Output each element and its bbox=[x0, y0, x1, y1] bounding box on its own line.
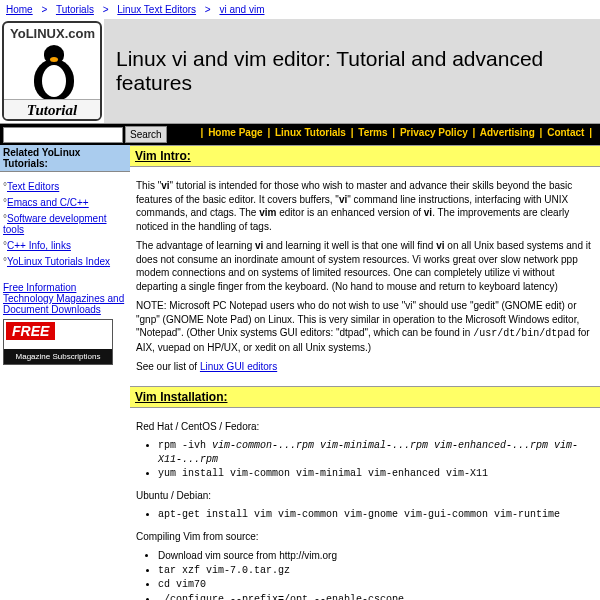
logo-text: YoLINUX.com bbox=[10, 26, 95, 41]
logo-box: YoLINUX.com Tutorial bbox=[2, 21, 102, 121]
intro-p1: This "vi" tutorial is intended for those… bbox=[136, 179, 594, 233]
page-title: Linux vi and vim editor: Tutorial and ad… bbox=[116, 47, 588, 95]
nav-sep: | bbox=[540, 127, 543, 138]
breadcrumb-vi-vim[interactable]: vi and vim bbox=[219, 4, 264, 15]
title-cell: Linux vi and vim editor: Tutorial and ad… bbox=[104, 19, 600, 123]
nav-row: Search | Home Page | Linux Tutorials | T… bbox=[0, 124, 600, 145]
nav-sep: | bbox=[201, 127, 204, 138]
link-gui-editors[interactable]: Linux GUI editors bbox=[200, 361, 277, 372]
top-nav: | Home Page | Linux Tutorials | Terms | … bbox=[186, 124, 600, 145]
nav-sep: | bbox=[589, 127, 592, 138]
search-form: Search bbox=[0, 124, 186, 145]
header: YoLINUX.com Tutorial Linux vi and vim ed… bbox=[0, 19, 600, 124]
section-heading-install: Vim Installation: bbox=[130, 386, 600, 408]
install-deb-list: apt-get install vim vim-common vim-gnome… bbox=[158, 508, 594, 522]
list-item: cd vim70 bbox=[158, 578, 594, 592]
list-item: Download vim source from http://vim.org bbox=[158, 549, 594, 563]
intro-p4: See our list of Linux GUI editors bbox=[136, 360, 594, 374]
nav-advertising[interactable]: Advertising bbox=[480, 127, 535, 138]
install-rh-list: rpm -ivh vim-common-...rpm vim-minimal-.… bbox=[158, 439, 594, 481]
nav-privacy[interactable]: Privacy Policy bbox=[400, 127, 468, 138]
logo[interactable]: YoLINUX.com Tutorial bbox=[0, 19, 104, 123]
install-src-label: Compiling Vim from source: bbox=[136, 530, 594, 544]
intro-p2: The advantage of learning vi and learnin… bbox=[136, 239, 594, 293]
breadcrumb-home[interactable]: Home bbox=[6, 4, 33, 15]
sidebar-link-cpp[interactable]: C++ Info, links bbox=[7, 240, 71, 251]
intro-p3: NOTE: Microsoft PC Notepad users who do … bbox=[136, 299, 594, 354]
breadcrumbs: Home > Tutorials > Linux Text Editors > … bbox=[0, 0, 600, 19]
nav-tutorials[interactable]: Linux Tutorials bbox=[275, 127, 346, 138]
sidebar-item: °YoLinux Tutorials Index bbox=[3, 256, 127, 267]
nav-sep: | bbox=[351, 127, 354, 138]
promo-text-link[interactable]: Free Information Technology Magazines an… bbox=[3, 282, 124, 315]
section-install: Red Hat / CentOS / Fedora: rpm -ivh vim-… bbox=[130, 408, 600, 601]
sidebar-list: °Text Editors °Emacs and C/C++ °Software… bbox=[0, 172, 130, 276]
search-input[interactable] bbox=[3, 127, 123, 143]
sidebar-item: °Emacs and C/C++ bbox=[3, 197, 127, 208]
breadcrumb-tutorials[interactable]: Tutorials bbox=[56, 4, 94, 15]
nav-sep: | bbox=[267, 127, 270, 138]
nav-sep: | bbox=[392, 127, 395, 138]
sidebar-heading: Related YoLinux Tutorials: bbox=[0, 145, 130, 172]
breadcrumb-text-editors[interactable]: Linux Text Editors bbox=[117, 4, 196, 15]
section-intro: This "vi" tutorial is intended for those… bbox=[130, 167, 600, 386]
main-content: Vim Intro: This "vi" tutorial is intende… bbox=[130, 145, 600, 600]
breadcrumb-sep: > bbox=[103, 4, 109, 15]
nav-home[interactable]: Home Page bbox=[208, 127, 262, 138]
sidebar-link-index[interactable]: YoLinux Tutorials Index bbox=[7, 256, 110, 267]
promo-sub-label: Magazine Subscriptions bbox=[4, 349, 112, 364]
sidebar-link-dev-tools[interactable]: Software development tools bbox=[3, 213, 107, 235]
nav-sep: | bbox=[473, 127, 476, 138]
list-item: yum install vim-common vim-minimal vim-e… bbox=[158, 467, 594, 481]
sidebar-item: °Software development tools bbox=[3, 213, 127, 235]
list-item: tar xzf vim-7.0.tar.gz bbox=[158, 564, 594, 578]
list-item: apt-get install vim vim-common vim-gnome… bbox=[158, 508, 594, 522]
install-src-list: Download vim source from http://vim.org … bbox=[158, 549, 594, 600]
nav-terms[interactable]: Terms bbox=[358, 127, 387, 138]
list-item: ./configure --prefix=/opt --enable-cscop… bbox=[158, 593, 594, 601]
nav-contact[interactable]: Contact bbox=[547, 127, 584, 138]
sidebar-item: °C++ Info, links bbox=[3, 240, 127, 251]
list-item: rpm -ivh vim-common-...rpm vim-minimal-.… bbox=[158, 439, 594, 466]
breadcrumb-sep: > bbox=[205, 4, 211, 15]
logo-band: Tutorial bbox=[4, 99, 100, 119]
search-button[interactable]: Search bbox=[125, 126, 167, 143]
penguin-icon bbox=[32, 45, 76, 103]
sidebar-promo: Free Information Technology Magazines an… bbox=[0, 276, 130, 371]
promo-banner[interactable]: FREE Magazine Subscriptions bbox=[3, 319, 113, 365]
install-deb-label: Ubuntu / Debian: bbox=[136, 489, 594, 503]
promo-free-label: FREE bbox=[6, 322, 55, 340]
sidebar-link-emacs[interactable]: Emacs and C/C++ bbox=[7, 197, 89, 208]
section-heading-intro: Vim Intro: bbox=[130, 145, 600, 167]
sidebar-link-text-editors[interactable]: Text Editors bbox=[7, 181, 59, 192]
sidebar-item: °Text Editors bbox=[3, 181, 127, 192]
body: Related YoLinux Tutorials: °Text Editors… bbox=[0, 145, 600, 600]
install-rh-label: Red Hat / CentOS / Fedora: bbox=[136, 420, 594, 434]
breadcrumb-sep: > bbox=[41, 4, 47, 15]
sidebar: Related YoLinux Tutorials: °Text Editors… bbox=[0, 145, 130, 600]
